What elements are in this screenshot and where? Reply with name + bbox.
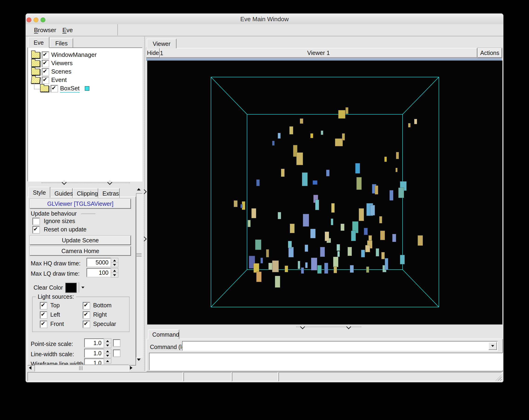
tab-viewer-1[interactable]: Viewer 1 xyxy=(147,39,176,48)
scene-box xyxy=(380,231,385,240)
max-hq-spin-down[interactable] xyxy=(111,262,118,267)
point-size-label: Point-size scale: xyxy=(31,340,73,347)
line-width-checkbox[interactable] xyxy=(113,350,120,357)
tree-row-boxset[interactable]: BoxSet xyxy=(28,84,142,92)
scene-box xyxy=(298,261,300,269)
wireframe-width-spin-up[interactable] xyxy=(104,358,111,363)
scroll-up-icon[interactable] xyxy=(137,188,141,190)
left-horizontal-splitter[interactable] xyxy=(27,181,142,185)
tree-row-windowmanager[interactable]: WindowManager xyxy=(28,51,142,59)
light-front-checkbox[interactable] xyxy=(40,321,47,328)
tree-label-windowmanager: WindowManager xyxy=(51,51,97,58)
scroll-left-icon[interactable] xyxy=(29,366,31,370)
tree-checkbox-event[interactable] xyxy=(42,77,49,84)
scene-box xyxy=(337,251,340,257)
tab-eve[interactable]: Eve xyxy=(28,37,49,48)
section-rule xyxy=(81,214,95,214)
light-sources-group: Light sources: Top Bottom Left Right Fro… xyxy=(32,297,130,332)
viewport[interactable] xyxy=(147,61,503,325)
hide-button[interactable]: Hide xyxy=(146,48,160,58)
ignore-sizes-checkbox[interactable] xyxy=(33,218,40,225)
scene-box xyxy=(317,265,321,274)
command-output[interactable] xyxy=(149,353,503,370)
scene-box xyxy=(321,131,323,135)
point-size-checkbox[interactable] xyxy=(113,340,120,346)
max-lq-field[interactable]: 100 xyxy=(87,268,111,277)
max-hq-spin-up[interactable] xyxy=(111,258,118,263)
point-size-spin-down[interactable] xyxy=(104,343,111,348)
scene-box xyxy=(351,231,356,241)
light-top-checkbox[interactable] xyxy=(40,302,47,309)
chevron-down-icon xyxy=(107,180,112,185)
chevron-down-icon xyxy=(62,180,66,185)
point-size-field[interactable]: 1.0 xyxy=(84,339,104,347)
eve-tree: WindowManager Viewers Scenes Event BoxSe… xyxy=(27,48,143,182)
scene-box xyxy=(350,265,354,273)
glviewer-button[interactable]: GLViewer [TGLSAViewer] xyxy=(30,199,131,209)
folder-icon xyxy=(31,69,40,75)
tab-command[interactable]: Command xyxy=(148,329,179,339)
line-width-field[interactable]: 1.0 xyxy=(84,349,104,358)
tree-checkbox-windowmanager[interactable] xyxy=(42,52,49,59)
clear-color-swatch[interactable] xyxy=(65,283,77,293)
style-horizontal-scrollbar[interactable] xyxy=(27,365,135,371)
style-vertical-scrollbar[interactable] xyxy=(135,187,143,364)
tree-row-event[interactable]: Event xyxy=(28,76,142,84)
tree-row-viewers[interactable]: Viewers xyxy=(28,59,142,67)
scene-box xyxy=(370,205,375,215)
folder-icon xyxy=(40,85,49,92)
update-scene-button[interactable]: Update Scene xyxy=(30,236,131,245)
status-segment xyxy=(278,372,502,381)
command-dropdown-button[interactable] xyxy=(489,342,497,350)
scrollbar-grip[interactable] xyxy=(79,366,82,370)
scroll-down-icon[interactable] xyxy=(137,358,141,361)
scroll-right-icon[interactable] xyxy=(130,366,132,370)
tab-files[interactable]: Files xyxy=(50,38,73,48)
light-specular-checkbox[interactable] xyxy=(83,321,90,328)
light-bottom-label: Bottom xyxy=(93,302,112,309)
tree-row-scenes[interactable]: Scenes xyxy=(28,67,142,75)
max-lq-spin-up[interactable] xyxy=(111,268,118,273)
status-segment xyxy=(184,372,231,381)
reset-on-update-checkbox[interactable] xyxy=(33,226,40,233)
scene-box xyxy=(256,180,260,186)
scrollbar-grip[interactable] xyxy=(136,253,142,257)
clear-color-dropdown-icon[interactable] xyxy=(81,287,84,289)
scene-box xyxy=(408,123,410,127)
chevron-right-icon xyxy=(142,189,147,194)
point-size-spin-up[interactable] xyxy=(104,339,111,343)
max-lq-spin-down[interactable] xyxy=(111,273,118,277)
light-specular-label: Specular xyxy=(93,320,116,327)
tree-checkbox-scenes[interactable] xyxy=(42,68,49,75)
style-panel: GLViewer [TGLSAViewer] Update behaviour … xyxy=(27,197,136,366)
tree-checkbox-boxset[interactable] xyxy=(51,85,58,92)
max-hq-field[interactable]: 5000 xyxy=(87,258,111,267)
scene-box xyxy=(315,200,319,210)
line-width-spin-down[interactable] xyxy=(104,353,111,358)
line-width-spin-up[interactable] xyxy=(104,349,111,354)
command-combobox[interactable] xyxy=(182,341,498,351)
menu-eve[interactable]: Eve xyxy=(62,24,73,35)
light-sources-label: Light sources: xyxy=(36,293,76,300)
command-input[interactable] xyxy=(183,341,491,349)
scene-box xyxy=(418,235,423,246)
light-right-checkbox[interactable] xyxy=(83,312,90,318)
scene-box xyxy=(348,247,352,256)
menu-browser[interactable]: Browser xyxy=(34,24,56,35)
light-bottom-checkbox[interactable] xyxy=(83,302,90,309)
tree-checkbox-viewers[interactable] xyxy=(42,60,49,67)
camera-home-button[interactable]: Camera Home xyxy=(30,246,131,256)
screenshot-canvas: { "window": {"title": "Eve Main Window"}… xyxy=(0,0,529,420)
wireframe-edge xyxy=(403,77,439,114)
actions-button[interactable]: Actions xyxy=(477,48,502,58)
light-left-checkbox[interactable] xyxy=(40,312,47,318)
clear-color-label: Clear Color xyxy=(34,284,63,291)
chevron-right-icon xyxy=(142,236,147,241)
tab-style[interactable]: Style xyxy=(28,187,50,198)
window-title: Eve Main Window xyxy=(26,13,503,24)
command-panel: Command (local): xyxy=(146,339,503,372)
scene-box xyxy=(385,258,388,270)
main-vertical-splitter[interactable] xyxy=(143,37,146,371)
viewer-command-splitter[interactable] xyxy=(147,325,502,329)
scene-box xyxy=(253,263,259,273)
